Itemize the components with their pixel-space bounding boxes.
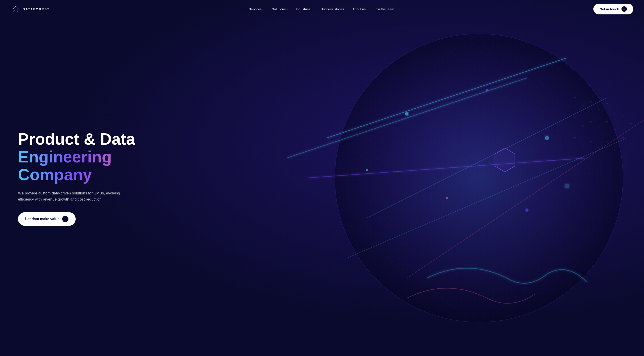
- nav-item-solutions[interactable]: Solutions ▾: [272, 7, 288, 11]
- svg-point-37: [622, 115, 624, 117]
- svg-point-27: [590, 101, 592, 103]
- hero-title-line2: Engineering Company: [18, 148, 153, 184]
- nav-item-success-stories[interactable]: Success stories: [321, 7, 344, 11]
- svg-point-51: [545, 136, 549, 140]
- logo-text: DATAFOREST: [22, 7, 50, 11]
- svg-point-46: [630, 143, 632, 144]
- nav-item-services[interactable]: Services ▾: [249, 7, 264, 11]
- svg-line-10: [13, 11, 15, 12]
- logo[interactable]: DATAFOREST: [11, 4, 50, 14]
- svg-point-44: [614, 149, 616, 151]
- hero-globe-visual: [258, 18, 644, 338]
- nav-item-industries[interactable]: Industries ▾: [296, 7, 312, 11]
- main-nav: DATAFOREST Services ▾ Solutions ▾ Indust…: [0, 0, 644, 18]
- svg-point-39: [574, 137, 576, 139]
- svg-point-29: [606, 103, 608, 104]
- svg-point-36: [614, 129, 616, 130]
- hero-content: Product & Data Engineering Company We pr…: [0, 130, 153, 226]
- svg-line-7: [16, 6, 18, 8]
- svg-line-6: [14, 6, 16, 9]
- arrow-icon: →: [622, 6, 627, 12]
- svg-point-50: [486, 89, 488, 91]
- hero-cta-label: Let data make value: [25, 217, 60, 221]
- svg-point-42: [598, 147, 600, 149]
- svg-point-34: [598, 127, 600, 128]
- get-in-touch-label: Get in touch: [600, 7, 620, 11]
- nav-item-join-the-team[interactable]: Join the team: [374, 7, 394, 11]
- svg-point-45: [622, 137, 624, 139]
- svg-line-9: [17, 8, 18, 11]
- arrow-icon: →: [62, 216, 68, 222]
- nav-item-about-us[interactable]: About us: [352, 7, 366, 11]
- get-in-touch-button[interactable]: Get in touch →: [593, 4, 634, 15]
- svg-point-33: [590, 121, 592, 122]
- svg-point-25: [574, 97, 576, 99]
- svg-point-43: [606, 141, 608, 142]
- svg-point-54: [366, 169, 368, 171]
- chevron-down-icon: ▾: [312, 8, 312, 10]
- hero-section: Product & Data Engineering Company We pr…: [0, 0, 644, 356]
- nav-links: Services ▾ Solutions ▾ Industries ▾ Succ…: [249, 7, 394, 11]
- chevron-down-icon: ▾: [262, 8, 264, 10]
- svg-point-32: [582, 125, 584, 126]
- svg-point-28: [598, 109, 600, 110]
- svg-point-26: [582, 105, 584, 106]
- svg-point-31: [574, 117, 576, 119]
- svg-point-55: [564, 184, 569, 188]
- hero-cta-button[interactable]: Let data make value →: [18, 212, 76, 226]
- svg-point-30: [614, 113, 616, 115]
- svg-point-53: [525, 208, 528, 212]
- hero-title-line1: Product & Data: [18, 130, 153, 148]
- svg-point-52: [446, 197, 448, 199]
- svg-line-8: [14, 9, 15, 11]
- chevron-down-icon: ▾: [287, 8, 288, 10]
- svg-point-40: [582, 145, 584, 146]
- svg-point-38: [630, 123, 632, 124]
- svg-point-49: [405, 112, 408, 115]
- hero-subtitle: We provide custom data-driven solutions …: [18, 190, 130, 202]
- svg-point-35: [606, 121, 608, 122]
- svg-point-41: [590, 141, 592, 142]
